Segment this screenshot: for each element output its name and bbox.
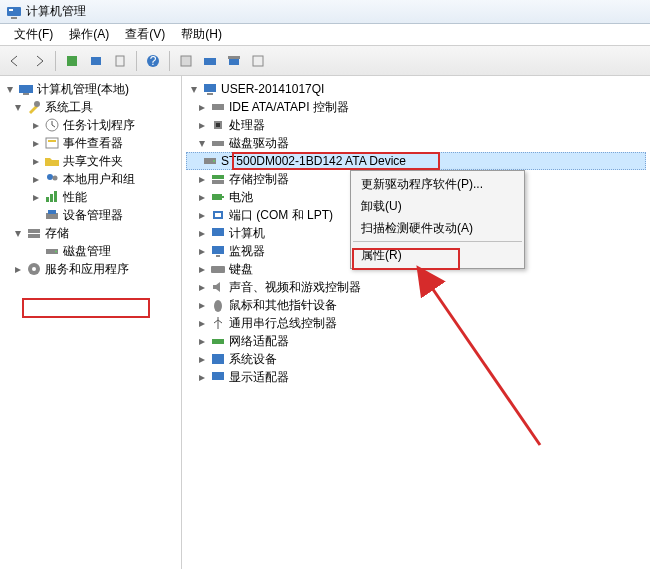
svg-rect-1 [9, 9, 13, 11]
dev-usb[interactable]: ▸通用串行总线控制器 [186, 314, 646, 332]
port-icon [210, 207, 226, 223]
expand-icon[interactable]: ▸ [196, 263, 208, 275]
cm-update-driver[interactable]: 更新驱动程序软件(P)... [353, 173, 522, 195]
tb-btn-3[interactable] [109, 50, 131, 72]
svg-rect-40 [212, 175, 224, 179]
expand-icon[interactable]: ▸ [196, 299, 208, 311]
tb-btn-2[interactable] [85, 50, 107, 72]
nav-back-button[interactable] [4, 50, 26, 72]
left-storage[interactable]: ▾ 存储 [2, 224, 179, 242]
dev-network[interactable]: ▸网络适配器 [186, 332, 646, 350]
right-pane: ▾ USER-20141017QI ▸IDE ATA/ATAPI 控制器 ▸处理… [182, 76, 650, 569]
svg-rect-18 [48, 140, 56, 142]
expand-icon[interactable]: ▸ [196, 191, 208, 203]
tb-btn-7[interactable] [223, 50, 245, 72]
dev-display[interactable]: ▸显示适配器 [186, 368, 646, 386]
services-icon [26, 261, 42, 277]
disk-mgmt-icon [44, 243, 60, 259]
dev-mouse[interactable]: ▸鼠标和其他指针设备 [186, 296, 646, 314]
expand-icon[interactable]: ▸ [196, 227, 208, 239]
label: 任务计划程序 [63, 117, 135, 134]
storage-icon [26, 225, 42, 241]
left-users-groups[interactable]: ▸本地用户和组 [2, 170, 179, 188]
svg-point-50 [214, 300, 222, 312]
svg-rect-49 [211, 266, 225, 273]
dev-ide-atapi[interactable]: ▸IDE ATA/ATAPI 控制器 [186, 98, 646, 116]
nav-forward-button[interactable] [28, 50, 50, 72]
disk-icon [210, 135, 226, 151]
label: 显示适配器 [229, 369, 289, 386]
dev-system[interactable]: ▸系统设备 [186, 350, 646, 368]
app-icon [6, 4, 22, 20]
expand-icon[interactable]: ▸ [196, 353, 208, 365]
dev-audio[interactable]: ▸声音、视频和游戏控制器 [186, 278, 646, 296]
expand-icon[interactable]: ▸ [196, 245, 208, 257]
collapse-icon[interactable]: ▾ [12, 101, 24, 113]
dev-disk-drives[interactable]: ▾磁盘驱动器 [186, 134, 646, 152]
battery-icon [210, 189, 226, 205]
tb-btn-8[interactable] [247, 50, 269, 72]
expand-icon[interactable]: ▸ [30, 119, 42, 131]
expand-icon[interactable]: ▸ [196, 173, 208, 185]
svg-rect-2 [11, 17, 17, 19]
collapse-icon[interactable]: ▾ [4, 83, 16, 95]
expand-icon[interactable]: ▸ [12, 263, 24, 275]
label: 鼠标和其他指针设备 [229, 297, 337, 314]
toolbar: ? [0, 46, 650, 76]
tb-btn-1[interactable] [61, 50, 83, 72]
svg-rect-36 [216, 123, 220, 127]
svg-rect-3 [67, 56, 77, 66]
expand-icon[interactable]: ▸ [30, 155, 42, 167]
expand-icon[interactable]: ▸ [196, 119, 208, 131]
left-root[interactable]: ▾ 计算机管理(本地) [2, 80, 179, 98]
expand-icon[interactable]: ▸ [196, 335, 208, 347]
collapse-icon[interactable]: ▾ [196, 137, 208, 149]
tb-btn-5[interactable] [175, 50, 197, 72]
collapse-icon[interactable]: ▾ [12, 227, 24, 239]
svg-rect-21 [46, 197, 49, 202]
computer-mgmt-icon [18, 81, 34, 97]
dev-root[interactable]: ▾ USER-20141017QI [186, 80, 646, 98]
cm-scan[interactable]: 扫描检测硬件改动(A) [353, 217, 522, 239]
cm-uninstall[interactable]: 卸载(U) [353, 195, 522, 217]
tb-btn-6[interactable] [199, 50, 221, 72]
expand-icon[interactable]: ▸ [196, 101, 208, 113]
svg-point-19 [47, 174, 53, 180]
expand-icon[interactable]: ▸ [196, 317, 208, 329]
network-icon [210, 333, 226, 349]
collapse-icon[interactable]: ▾ [188, 83, 200, 95]
expand-icon[interactable]: ▸ [196, 371, 208, 383]
left-shared-folders[interactable]: ▸共享文件夹 [2, 152, 179, 170]
menu-help[interactable]: 帮助(H) [173, 24, 230, 45]
left-event-viewer[interactable]: ▸事件查看器 [2, 134, 179, 152]
menu-action[interactable]: 操作(A) [61, 24, 117, 45]
left-root-label: 计算机管理(本地) [37, 81, 129, 98]
cm-properties[interactable]: 属性(R) [353, 244, 522, 266]
left-system-tools[interactable]: ▾ 系统工具 [2, 98, 179, 116]
svg-rect-37 [212, 141, 224, 146]
menu-view[interactable]: 查看(V) [117, 24, 173, 45]
left-task-scheduler[interactable]: ▸任务计划程序 [2, 116, 179, 134]
label: 网络适配器 [229, 333, 289, 350]
dev-disk-item[interactable]: ▸ST500DM002-1BD142 ATA Device [186, 152, 646, 170]
toolbar-separator [136, 51, 137, 71]
left-disk-mgmt[interactable]: ▸磁盘管理 [2, 242, 179, 260]
left-performance[interactable]: ▸性能 [2, 188, 179, 206]
expand-icon[interactable]: ▸ [30, 137, 42, 149]
left-device-manager[interactable]: ▸设备管理器 [2, 206, 179, 224]
expand-icon[interactable]: ▸ [30, 191, 42, 203]
expand-icon[interactable]: ▸ [196, 281, 208, 293]
tb-btn-help[interactable]: ? [142, 50, 164, 72]
label: 处理器 [229, 117, 265, 134]
left-services-apps[interactable]: ▸ 服务和应用程序 [2, 260, 179, 278]
clock-icon [44, 117, 60, 133]
toolbar-separator [169, 51, 170, 71]
label: 卸载(U) [361, 198, 402, 215]
menu-file[interactable]: 文件(F) [6, 24, 61, 45]
svg-rect-52 [212, 354, 224, 364]
expand-icon[interactable]: ▸ [196, 209, 208, 221]
mouse-icon [210, 297, 226, 313]
label: IDE ATA/ATAPI 控制器 [229, 99, 349, 116]
dev-processor[interactable]: ▸处理器 [186, 116, 646, 134]
expand-icon[interactable]: ▸ [30, 173, 42, 185]
